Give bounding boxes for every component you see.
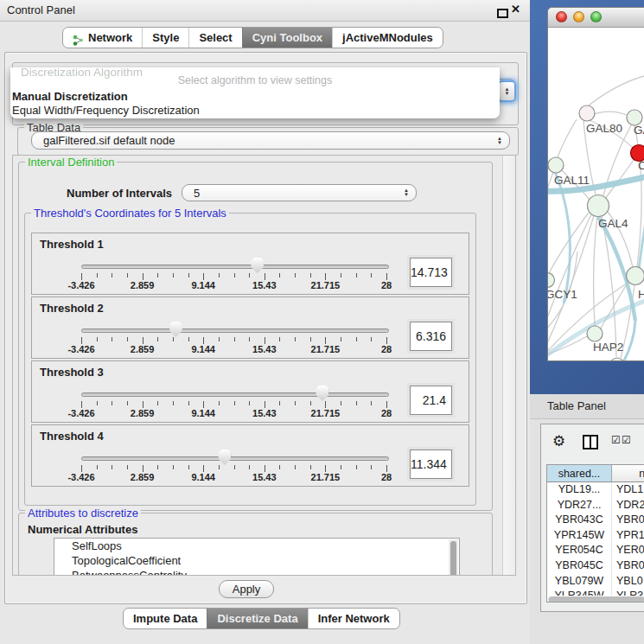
numerical-attributes-list[interactable]: SelfLoopsTopologicalCoefficientBetweenne…: [54, 538, 460, 576]
tick: [188, 273, 189, 277]
tab-discretize-data[interactable]: Discretize Data: [207, 609, 307, 628]
tick: [203, 337, 204, 344]
close-icon[interactable]: ✕: [511, 3, 520, 16]
table-row[interactable]: YER054CYER0: [547, 543, 644, 558]
settings-scrollbar[interactable]: [502, 156, 515, 575]
slider-thumb[interactable]: [251, 258, 264, 273]
cell-shared-name[interactable]: YPR145W: [547, 528, 612, 544]
apply-button[interactable]: Apply: [219, 580, 274, 598]
tick: [234, 273, 235, 277]
algorithm-option[interactable]: Equal Width/Frequency Discretization: [12, 104, 200, 118]
tick: [157, 401, 158, 405]
threshold-value-field[interactable]: 14.713: [410, 258, 452, 287]
float-window-icon[interactable]: [497, 9, 508, 18]
tick-label: 28: [360, 408, 412, 418]
cell-shared-name[interactable]: YER054C: [547, 543, 612, 558]
slider-thumb[interactable]: [218, 450, 231, 465]
threshold-panel-3: Threshold 3-3.4262.8599.14415.4321.71528…: [31, 360, 469, 423]
cell-name[interactable]: YLR3: [612, 589, 644, 596]
slider-thumb[interactable]: [316, 386, 328, 401]
checkbox-icon[interactable]: ☑: [611, 434, 621, 446]
cell-shared-name[interactable]: YBR043C: [547, 513, 612, 528]
cell-name[interactable]: YDL1: [612, 482, 644, 498]
node-label: GCY1: [548, 288, 577, 301]
cell-name[interactable]: YDR2: [612, 498, 644, 513]
column-header-name[interactable]: name: [612, 465, 644, 482]
node-label: GA: [634, 124, 644, 137]
table-row[interactable]: YPR145WYPR1: [547, 528, 644, 544]
table-row[interactable]: YBR043CYBR0: [547, 513, 644, 528]
slider-track[interactable]: [81, 328, 389, 333]
network-node-green[interactable]: [548, 273, 555, 288]
slider-track[interactable]: [81, 392, 389, 397]
cell-name[interactable]: YER0: [612, 543, 644, 558]
zoom-traffic-light[interactable]: [590, 11, 602, 22]
tick: [386, 401, 387, 408]
tab-infer-network[interactable]: Infer Network: [308, 609, 399, 628]
cell-name[interactable]: YBL0: [612, 574, 644, 590]
network-node-green[interactable]: [548, 157, 564, 173]
table-horizontal-scrollbar[interactable]: [548, 596, 644, 603]
table-panel-title: Table Panel: [547, 399, 606, 412]
threshold-value-field[interactable]: 11.344: [410, 450, 452, 479]
threshold-value-field[interactable]: 21.4: [410, 386, 452, 415]
cell-name[interactable]: YPR1: [612, 528, 644, 544]
network-canvas[interactable]: GAL80GACGAL11GAL4GCY1HHAP2: [548, 27, 644, 361]
network-node-pink[interactable]: [579, 105, 595, 121]
cell-shared-name[interactable]: YLR345W: [547, 589, 612, 596]
table-data-combobox[interactable]: galFiltered.sif default node ▲▼: [31, 131, 510, 150]
network-node-green[interactable]: [587, 326, 603, 341]
checkbox-icon[interactable]: ☑: [622, 434, 631, 446]
column-header-shared[interactable]: shared...: [547, 465, 612, 482]
attribute-list-item[interactable]: SelfLoops: [54, 539, 459, 553]
tick-label: 2.859: [117, 344, 169, 354]
threshold-value-field[interactable]: 6.316: [410, 322, 452, 351]
cell-shared-name[interactable]: YDL19...: [547, 482, 612, 498]
tick: [249, 465, 250, 469]
tab-cyni-toolbox[interactable]: Cyni Toolbox: [242, 28, 332, 48]
cell-name[interactable]: YBR0: [612, 558, 644, 574]
tab-select[interactable]: Select: [188, 28, 241, 48]
tab-impute-data[interactable]: Impute Data: [124, 609, 207, 628]
cell-shared-name[interactable]: YBR045C: [547, 558, 612, 574]
slider-track[interactable]: [81, 456, 389, 461]
tick: [157, 273, 158, 277]
tick-label: 2.859: [117, 408, 169, 418]
close-traffic-light[interactable]: [556, 11, 567, 22]
network-node-green[interactable]: [588, 195, 609, 217]
table-row[interactable]: YLR345WYLR3: [547, 589, 644, 596]
tick: [112, 465, 112, 469]
tab-jactivemnodules[interactable]: jActiveMNodules: [332, 28, 443, 48]
split-columns-icon[interactable]: [583, 435, 598, 450]
number-of-intervals-combobox[interactable]: 5 ▲▼: [182, 184, 417, 201]
cell-shared-name[interactable]: YDR27...: [547, 498, 612, 513]
tick: [203, 465, 204, 472]
algorithm-option[interactable]: Manual Discretization: [12, 90, 128, 104]
tick-label: 21.715: [299, 280, 351, 290]
tab-style[interactable]: Style: [142, 28, 188, 48]
table-row[interactable]: YDR27...YDR2: [547, 498, 644, 513]
tick-label: 15.43: [239, 472, 290, 482]
tick-label: 21.715: [299, 472, 351, 482]
tick: [173, 465, 174, 469]
combo-arrows-icon[interactable]: ▲▼: [498, 80, 516, 102]
slider-thumb[interactable]: [169, 322, 182, 337]
list-scrollbar[interactable]: [449, 539, 458, 576]
network-node-green[interactable]: [610, 358, 624, 361]
tick: [143, 273, 143, 280]
attribute-list-item[interactable]: TopologicalCoefficient: [54, 553, 459, 568]
minimize-traffic-light[interactable]: [573, 11, 584, 22]
network-node-green[interactable]: [627, 267, 644, 285]
slider-track[interactable]: [81, 265, 389, 269]
algorithm-group-label: Discretization Algorithm: [21, 66, 143, 79]
tick: [188, 465, 189, 469]
cell-shared-name[interactable]: YBL079W: [547, 574, 612, 590]
table-row[interactable]: YDL19...YDL1: [547, 482, 644, 498]
tab-network[interactable]: Network: [63, 28, 142, 48]
tick: [279, 337, 280, 341]
cell-name[interactable]: YBR0: [612, 513, 644, 528]
attribute-list-item[interactable]: BetweennessCentrality: [54, 568, 459, 576]
table-row[interactable]: YBL079WYBL0: [547, 574, 644, 590]
gear-icon[interactable]: ⚙: [552, 432, 565, 450]
table-row[interactable]: YBR045CYBR0: [547, 558, 644, 574]
